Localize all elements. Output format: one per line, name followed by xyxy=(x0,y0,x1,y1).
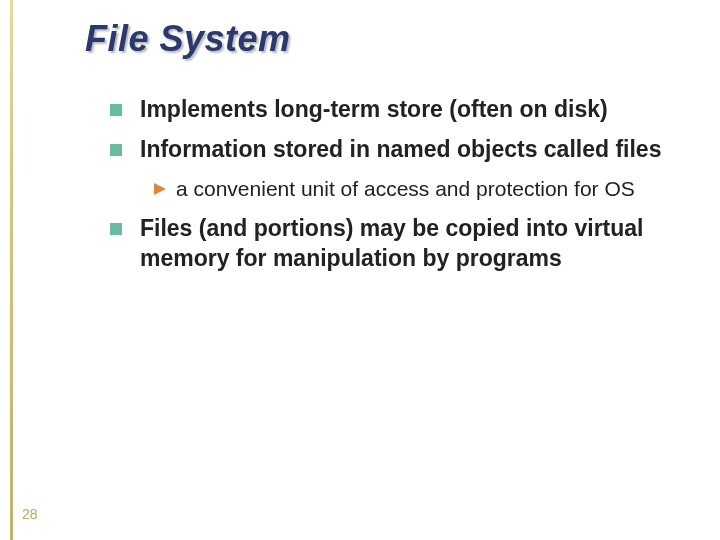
square-bullet-icon xyxy=(110,144,122,156)
bullet-text: Files (and portions) may be copied into … xyxy=(140,214,680,274)
sub-bullet-text: a convenient unit of access and protecti… xyxy=(176,175,680,202)
square-bullet-icon xyxy=(110,223,122,235)
bullet-text: Information stored in named objects call… xyxy=(140,135,680,165)
slide-title: File System xyxy=(85,18,291,60)
square-bullet-icon xyxy=(110,104,122,116)
bullet-item: Implements long-term store (often on dis… xyxy=(110,95,680,125)
page-number: 28 xyxy=(22,506,38,522)
slide-container: File System Implements long-term store (… xyxy=(0,0,720,540)
bullet-item: Information stored in named objects call… xyxy=(110,135,680,165)
arrow-bullet-icon xyxy=(154,183,166,195)
bullet-item: Files (and portions) may be copied into … xyxy=(110,214,680,274)
bullet-text: Implements long-term store (often on dis… xyxy=(140,95,680,125)
sub-bullet-item: a convenient unit of access and protecti… xyxy=(154,175,680,202)
slide-body: Implements long-term store (often on dis… xyxy=(110,95,680,284)
